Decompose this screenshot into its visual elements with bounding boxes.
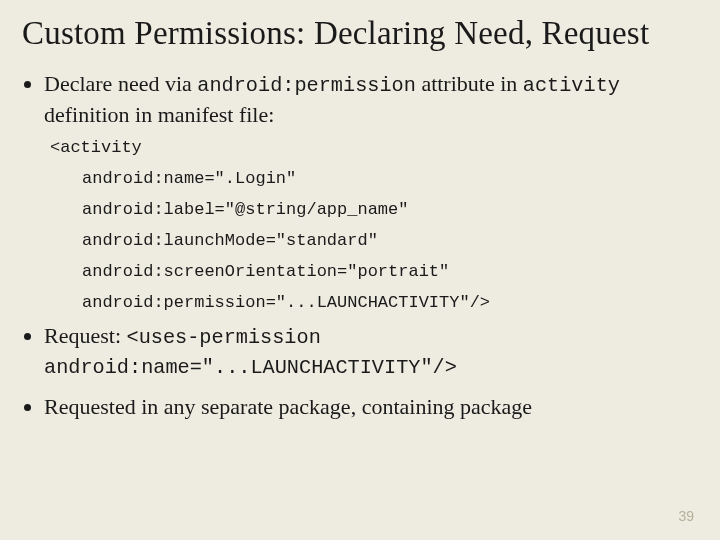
code-line: android:permission="...LAUNCHACTIVITY"/> (82, 294, 698, 311)
inline-code: activity (523, 74, 620, 97)
bullet-request: Request: <uses-permission android:name="… (44, 321, 698, 382)
bullet-list: Declare need via android:permission attr… (22, 69, 698, 129)
slide-title: Custom Permissions: Declaring Need, Requ… (22, 14, 698, 53)
code-line: android:launchMode="standard" (82, 232, 698, 249)
code-line: android:name=".Login" (82, 170, 698, 187)
bullet-declare-need: Declare need via android:permission attr… (44, 69, 698, 129)
text-fragment: definition in manifest file: (44, 102, 274, 127)
bullet-list: Request: <uses-permission android:name="… (22, 321, 698, 421)
code-line: android:label="@string/app_name" (82, 201, 698, 218)
code-line: <activity (50, 139, 698, 156)
code-block: <activity android:name=".Login" android:… (50, 139, 698, 311)
text-fragment: Declare need via (44, 71, 197, 96)
slide: Custom Permissions: Declaring Need, Requ… (0, 0, 720, 540)
text-fragment: attribute in (416, 71, 523, 96)
inline-code: android:permission (197, 74, 416, 97)
bullet-requested-in: Requested in any separate package, conta… (44, 392, 698, 421)
text-fragment: Request: (44, 323, 127, 348)
page-number: 39 (678, 508, 694, 524)
code-line: android:screenOrientation="portrait" (82, 263, 698, 280)
